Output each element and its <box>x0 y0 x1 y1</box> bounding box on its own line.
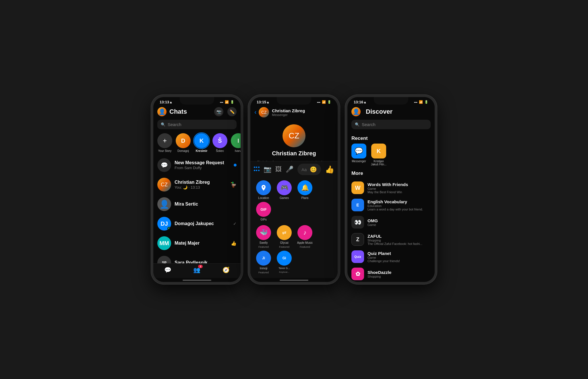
quiz-desc: Challenge your friends! <box>368 259 431 263</box>
recent-kristijan[interactable]: K KristijanJakuš Fitn... <box>371 144 386 166</box>
gfycat-label: Gfycat <box>280 241 289 244</box>
app-zaful[interactable]: Z ZAFUL Shopping The Official Zaful Face… <box>347 231 435 248</box>
status-loc-icon-2: ▲ <box>266 100 270 104</box>
discover-search-bar[interactable]: 🔍 Search <box>351 120 431 129</box>
phones-container: 13:13 ▲ ▪▪▪ 📶 🔋 👤 Chats 📷 <box>151 95 437 284</box>
app-words-with-friends[interactable]: W Words With Friends Game May the Best F… <box>347 179 435 196</box>
discover-recent: 💬 Messenger K KristijanJakuš Fitn... <box>347 144 435 171</box>
recent-messenger[interactable]: 💬 Messenger <box>351 144 366 166</box>
app-tenor[interactable]: Gi Tenor G... Keyboar... <box>275 251 293 274</box>
tenor-label: Tenor G... <box>278 267 290 270</box>
chat-avatar-matej: MM <box>157 236 171 250</box>
toolbar-camera-icon[interactable]: 📷 <box>264 166 271 173</box>
chat-meta-christian: 🦆 <box>230 181 237 188</box>
add-story-bg: + <box>157 133 172 148</box>
app-swelly[interactable]: 🐳 Swelly Featured <box>254 225 273 248</box>
chat-item-sara[interactable]: SP Sara Podlesnik <box>153 253 241 263</box>
toolbar-mic-icon[interactable]: 🎤 <box>286 166 293 173</box>
story-item-add[interactable]: + Your Story <box>157 133 172 152</box>
app-shoedazzle[interactable]: ✿ ShoeDazzle Shopping <box>347 265 435 282</box>
tab-chats-icon: 💬 <box>164 266 171 273</box>
app-gifs[interactable]: GIF GIFs <box>254 202 273 221</box>
tab-chats[interactable]: 💬 <box>164 266 171 273</box>
app-location[interactable]: Location <box>254 180 273 200</box>
chats-title: Chats <box>169 108 214 115</box>
chat-preview-new-message: From Sam Duffy <box>175 166 230 170</box>
story-avatar-ivana: I <box>231 133 241 148</box>
status-time-3: 13:16 <box>354 100 363 104</box>
dot3 <box>258 167 260 168</box>
story-item-kresimir[interactable]: K Kresimir <box>194 133 209 152</box>
online-dot-domagoj <box>167 227 171 230</box>
battery-icon-3: 🔋 <box>424 100 428 104</box>
tab-contacts[interactable]: 👥 2 <box>193 266 200 273</box>
input-placeholder: Aa <box>301 167 307 172</box>
games-icon: 🎮 <box>277 180 292 195</box>
christian-detail-initials: CZ <box>259 107 269 117</box>
story-item-sokec[interactable]: Š Šokec <box>212 133 227 152</box>
apple-music-icon: ♪ <box>297 225 312 240</box>
recent-section-title: Recent <box>347 136 435 144</box>
chat-name-domagoj: Domagoj Jakupec <box>175 221 230 226</box>
chat-input-box[interactable]: Aa 😊 <box>297 164 321 175</box>
back-button[interactable]: ‹ <box>254 109 256 116</box>
mira-avatar-icon: 👤 <box>157 197 171 211</box>
app-english-vocab[interactable]: E English Vocabulary Education Learn a w… <box>347 196 435 214</box>
chat-item-mira[interactable]: 👤 Mira Sertic <box>153 194 241 214</box>
story-item-domagoj[interactable]: D Domagoj <box>176 133 191 152</box>
chat-info-matej: Matej Majer <box>175 241 227 246</box>
chat-item-christian[interactable]: CZ Christian Zibreg You: 🌙 · 13:13 🦆 <box>153 175 241 194</box>
app-apple-music[interactable]: ♪ Apple Music Featured <box>296 225 314 248</box>
chat-apps-row2: 🐳 Swelly Featured gif Gfycat Featured <box>250 225 338 278</box>
app-plans[interactable]: 🔔 Plans <box>296 180 314 200</box>
chat-detail-avatar: CZ <box>259 107 269 117</box>
status-icons-2: ▪▪▪ 📶 🔋 <box>317 100 331 104</box>
wifi-icon: 📶 <box>225 100 229 104</box>
shoedazzle-info: ShoeDazzle Shopping <box>368 270 431 278</box>
app-games[interactable]: 🎮 Games <box>275 180 293 200</box>
battery-icon-2: 🔋 <box>327 100 331 104</box>
chat-detail-user: CZ Christian Zibreg Messenger <box>259 107 334 117</box>
dot5 <box>256 170 257 171</box>
stories-row: + Your Story D Domagoj <box>153 132 241 155</box>
contact-big-name: Christian Zibreg <box>272 150 316 157</box>
chat-meta-matej: 👍 <box>231 241 237 246</box>
camera-button[interactable]: 📷 <box>214 107 223 116</box>
story-avatar-sokec: Š <box>212 133 227 148</box>
chat-item-new-message[interactable]: 💬 New Message Request From Sam Duffy <box>153 155 241 175</box>
tab-discover[interactable]: 🧭 <box>223 266 230 273</box>
chat-header: 👤 Chats 📷 ✏️ <box>153 105 241 119</box>
chat-item-domagoj[interactable]: DJ Domagoj Jakupec ✓ <box>153 214 241 233</box>
chat-name-mira: Mira Sertic <box>175 202 237 207</box>
story-item-ivana[interactable]: I Ivana <box>231 133 241 152</box>
user-avatar-header: 👤 <box>157 107 167 116</box>
add-story-avatar: + <box>157 133 172 148</box>
story-avatar-kresimir: K <box>194 133 209 148</box>
notch-3 <box>374 97 408 105</box>
app-omg[interactable]: 👀 OMG Game <box>347 214 435 231</box>
status-loc-icon-3: ▲ <box>363 100 367 104</box>
gifs-label: GIFs <box>260 218 267 221</box>
toolbar-image-icon[interactable]: 🖼 <box>275 166 282 173</box>
story-initials-ivana: I <box>231 133 241 148</box>
user-avatar-initials: 👤 <box>157 107 167 116</box>
chat-item-matej[interactable]: MM Matej Majer 👍 <box>153 233 241 253</box>
omg-info: OMG Game <box>368 218 431 227</box>
compose-button[interactable]: ✏️ <box>227 107 237 116</box>
english-desc: Learn a word a day with your bot friend. <box>368 208 431 211</box>
app-gfycat[interactable]: gif Gfycat Featured <box>275 225 293 248</box>
emoji-button[interactable]: 😊 <box>310 166 317 173</box>
english-info: English Vocabulary Education Learn a wor… <box>368 199 431 211</box>
app-inmoji[interactable]: Ji Inmoji Featured <box>254 251 273 274</box>
app-quiz-planet[interactable]: Quiz Quiz Planet Game Challenge your fri… <box>347 248 435 265</box>
chat-avatar-mira: 👤 <box>157 197 171 211</box>
omg-name: OMG <box>368 218 431 223</box>
search-bar[interactable]: 🔍 Search <box>157 120 237 129</box>
chat-input-area: 📷 🖼 🎤 Aa 😊 👍 <box>250 161 338 278</box>
chat-info-domagoj: Domagoj Jakupec <box>175 221 230 226</box>
search-icon: 🔍 <box>161 122 165 127</box>
zaful-icon: Z <box>351 233 364 246</box>
like-button[interactable]: 👍 <box>325 165 334 174</box>
story-inner-domagoj: D <box>176 133 191 148</box>
dots-grid-icon[interactable] <box>254 167 260 172</box>
